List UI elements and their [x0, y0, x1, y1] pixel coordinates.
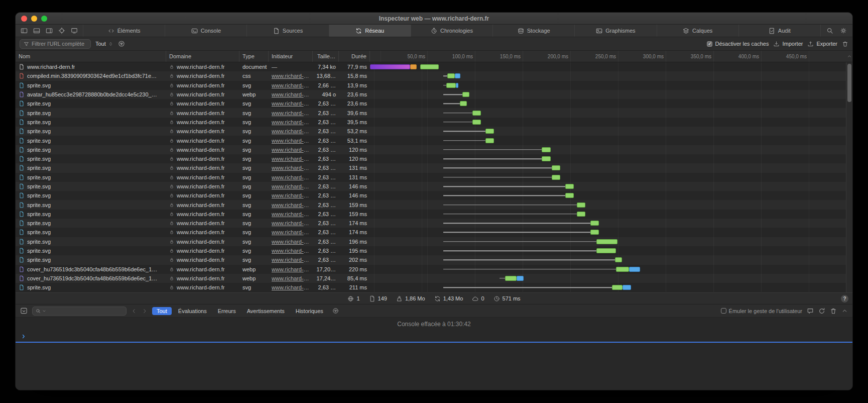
export-button[interactable]: Exporter [807, 41, 837, 47]
type-filter-dropdown[interactable]: Tout [95, 41, 113, 47]
clear-console-trash-icon[interactable] [830, 308, 837, 315]
vertical-scrollbar[interactable] [846, 62, 852, 292]
initiator-link[interactable]: www.richard-d… [272, 211, 310, 217]
initiator-link[interactable]: www.richard-d… [272, 174, 310, 180]
initiator-link[interactable]: www.richard-d… [272, 229, 310, 235]
console-scope-erreurs[interactable]: Erreurs [213, 307, 240, 315]
reload-page-icon[interactable] [818, 308, 825, 315]
network-row[interactable]: cover_hu736519dc3b5040cfa48b6b559b6de6ec… [16, 274, 852, 283]
tab-storage[interactable]: Stockage [493, 25, 575, 37]
network-row[interactable]: sprite.svgwww.richard-dern.frsvgwww.rich… [16, 200, 852, 209]
tab-graphics[interactable]: Graphismes [575, 25, 657, 37]
panel-left-icon[interactable] [21, 27, 28, 34]
column-header-type[interactable]: Type [239, 51, 269, 62]
console-scope-historiques[interactable]: Historiques [291, 307, 328, 315]
filter-toggle-icon[interactable] [118, 40, 125, 47]
initiator-link[interactable]: www.richard-d… [272, 257, 310, 263]
network-row[interactable]: sprite.svgwww.richard-dern.frsvgwww.rich… [16, 118, 852, 127]
network-row[interactable]: sprite.svgwww.richard-dern.frsvgwww.rich… [16, 145, 852, 154]
network-row[interactable]: sprite.svgwww.richard-dern.frsvgwww.rich… [16, 173, 852, 182]
tab-sources[interactable]: Sources [247, 25, 329, 37]
url-filter-input[interactable]: Filtrer l'URL complète [20, 39, 91, 49]
element-picker-icon[interactable] [58, 27, 65, 34]
emulate-user-gesture-checkbox[interactable]: Émuler le geste de l'utilisateur [721, 308, 802, 314]
initiator-link[interactable]: www.richard-d… [272, 275, 310, 281]
column-header-size[interactable]: Taille… [313, 51, 339, 62]
column-header-init[interactable]: Initiateur [269, 51, 313, 62]
console-dock-icon[interactable] [20, 307, 28, 315]
help-button[interactable]: ? [841, 295, 848, 303]
panel-right-icon[interactable] [46, 27, 53, 34]
network-row[interactable]: avatar_hu85ecc3e298728880b0bde2dcc4e5c23… [16, 90, 852, 99]
initiator-link[interactable]: www.richard-d… [272, 183, 310, 189]
tab-network[interactable]: Réseau [329, 25, 411, 37]
console-scope-tout[interactable]: Tout [152, 307, 172, 315]
network-row[interactable]: sprite.svgwww.richard-dern.frsvgwww.rich… [16, 219, 852, 228]
network-row[interactable]: cover_hu736519dc3b5040cfa48b6b559b6de6ec… [16, 265, 852, 274]
console-filter-icon[interactable] [332, 308, 339, 314]
device-icon[interactable] [71, 27, 78, 34]
initiator-link[interactable]: www.richard-d… [272, 156, 310, 162]
initiator-link[interactable]: www.richard-d… [272, 91, 310, 97]
column-header-name[interactable]: Nom [16, 51, 166, 62]
scrollbar-thumb[interactable] [847, 64, 851, 102]
tab-elements[interactable]: Éléments [83, 25, 165, 37]
network-row[interactable]: sprite.svgwww.richard-dern.frsvgwww.rich… [16, 136, 852, 145]
column-header-dur[interactable]: Durée [339, 51, 370, 62]
initiator-link[interactable]: www.richard-d… [272, 147, 310, 153]
console-scope-avertissements[interactable]: Avertissements [242, 307, 289, 315]
tab-console[interactable]: Console [165, 25, 247, 37]
initiator-link[interactable]: www.richard-d… [272, 128, 310, 134]
zoom-button[interactable] [41, 16, 47, 22]
column-header-domain[interactable]: Domaine [166, 51, 239, 62]
search-icon[interactable] [826, 27, 833, 34]
disable-caches-checkbox[interactable]: ✓ Désactiver les caches [707, 41, 769, 47]
console-prompt-input[interactable] [16, 331, 852, 343]
settings-gear-icon[interactable] [840, 27, 847, 34]
network-row[interactable]: sprite.svgwww.richard-dern.frsvgwww.rich… [16, 108, 852, 117]
network-row[interactable]: sprite.svgwww.richard-dern.frsvgwww.rich… [16, 255, 852, 264]
initiator-link[interactable]: www.richard-d… [272, 138, 310, 144]
initiator-link[interactable]: www.richard-d… [272, 239, 310, 245]
network-row[interactable]: compiled.min.38390909f303624ed9e1cf1bd3f… [16, 71, 852, 80]
network-row[interactable]: sprite.svgwww.richard-dern.frsvgwww.rich… [16, 154, 852, 163]
minimize-button[interactable] [31, 16, 37, 22]
network-row[interactable]: sprite.svgwww.richard-dern.frsvgwww.rich… [16, 81, 852, 90]
panel-bottom-icon[interactable] [33, 27, 40, 34]
tab-timelines[interactable]: Chronologies [411, 25, 493, 37]
previous-result-button[interactable] [131, 308, 137, 314]
network-row[interactable]: sprite.svgwww.richard-dern.frsvgwww.rich… [16, 283, 852, 292]
initiator-link[interactable]: www.richard-d… [272, 266, 310, 272]
initiator-link[interactable]: www.richard-d… [272, 73, 310, 79]
network-row[interactable]: sprite.svgwww.richard-dern.frsvgwww.rich… [16, 237, 852, 246]
import-button[interactable]: Importer [773, 41, 803, 47]
network-row[interactable]: sprite.svgwww.richard-dern.frsvgwww.rich… [16, 99, 852, 108]
network-row[interactable]: sprite.svgwww.richard-dern.frsvgwww.rich… [16, 127, 852, 136]
console-evaluations-icon[interactable] [807, 308, 814, 315]
initiator-link[interactable]: www.richard-d… [272, 100, 310, 107]
network-row[interactable]: www.richard-dern.frwww.richard-dern.frdo… [16, 62, 852, 71]
network-row[interactable]: sprite.svgwww.richard-dern.frsvgwww.rich… [16, 163, 852, 172]
network-row[interactable]: sprite.svgwww.richard-dern.frsvgwww.rich… [16, 228, 852, 237]
tab-audit[interactable]: Audit [739, 25, 821, 37]
initiator-link[interactable]: www.richard-d… [272, 248, 310, 254]
initiator-link[interactable]: www.richard-d… [272, 82, 310, 88]
console-search-input[interactable] [32, 307, 127, 316]
scroll-to-top-icon[interactable] [846, 51, 852, 62]
initiator-link[interactable]: www.richard-d… [272, 110, 310, 116]
network-row[interactable]: sprite.svgwww.richard-dern.frsvgwww.rich… [16, 191, 852, 200]
tab-layers[interactable]: Calques [657, 25, 739, 37]
initiator-link[interactable]: www.richard-d… [272, 220, 310, 226]
initiator-link[interactable]: www.richard-d… [272, 192, 310, 198]
close-button[interactable] [21, 16, 27, 22]
network-row[interactable]: sprite.svgwww.richard-dern.frsvgwww.rich… [16, 246, 852, 255]
initiator-link[interactable]: www.richard-d… [272, 284, 310, 290]
next-result-button[interactable] [142, 308, 148, 314]
network-row[interactable]: sprite.svgwww.richard-dern.frsvgwww.rich… [16, 182, 852, 191]
console-scope-evaluations[interactable]: Évaluations [174, 307, 211, 315]
expand-console-icon[interactable] [841, 308, 848, 314]
network-row[interactable]: sprite.svgwww.richard-dern.frsvgwww.rich… [16, 210, 852, 219]
clear-network-trash-icon[interactable] [842, 41, 848, 47]
initiator-link[interactable]: www.richard-d… [272, 202, 310, 208]
initiator-link[interactable]: www.richard-d… [272, 165, 310, 171]
